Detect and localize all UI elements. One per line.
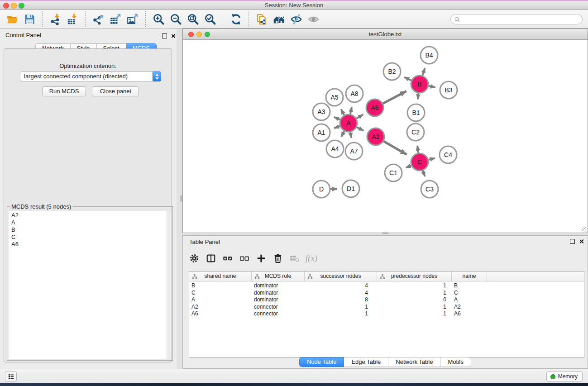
graph-edge-A2-C[interactable] bbox=[383, 141, 406, 155]
graph-node-A1[interactable]: A1 bbox=[313, 124, 330, 141]
minimize-window-button[interactable] bbox=[11, 3, 17, 9]
network-canvas[interactable]: AA1A2A3A4A5A6A7A8BB1B2B3B4CC1C2C3C4DD1 bbox=[183, 40, 588, 233]
graph-node-B2[interactable]: B2 bbox=[383, 63, 401, 80]
import-network-button[interactable] bbox=[48, 12, 62, 26]
table-cell[interactable]: dominator bbox=[252, 296, 305, 304]
show-hide-button[interactable] bbox=[306, 12, 320, 26]
tab-network-table[interactable]: Network Table bbox=[388, 357, 440, 367]
table-cell[interactable]: 1 bbox=[377, 290, 452, 297]
home-layout-button[interactable] bbox=[272, 12, 286, 26]
toggle-graphics-details-button[interactable] bbox=[289, 12, 303, 26]
close-panel-icon[interactable] bbox=[171, 33, 176, 38]
graph-node-A[interactable]: A bbox=[340, 114, 357, 132]
graph-edge-C-C3[interactable] bbox=[423, 171, 425, 176]
graph-edge-A-A3[interactable] bbox=[334, 117, 340, 120]
graph-edge-A-A1[interactable] bbox=[334, 126, 340, 128]
graph-node-C4[interactable]: C4 bbox=[440, 146, 457, 163]
run-mcds-button[interactable]: Run MCDS bbox=[42, 86, 86, 96]
graph-edge-C-C2[interactable] bbox=[417, 146, 418, 153]
column-header-MCDS-role[interactable]: MCDS role bbox=[252, 272, 305, 281]
graph-node-B4[interactable]: B4 bbox=[421, 47, 438, 64]
network-minimize-button[interactable] bbox=[196, 32, 202, 37]
graph-edge-B-B4[interactable] bbox=[422, 68, 425, 76]
table-cell[interactable]: 8 bbox=[305, 296, 377, 304]
table-settings-button[interactable] bbox=[189, 253, 200, 264]
search-field[interactable] bbox=[450, 14, 583, 24]
graph-node-A2[interactable]: A2 bbox=[367, 128, 384, 145]
graph-node-A6[interactable]: A6 bbox=[366, 99, 383, 116]
float-panel-icon[interactable] bbox=[162, 33, 167, 38]
graph-node-B1[interactable]: B1 bbox=[407, 104, 425, 121]
table-cell[interactable]: A2 bbox=[452, 304, 487, 311]
graph-node-D1[interactable]: D1 bbox=[342, 180, 359, 197]
delete-column-button[interactable] bbox=[272, 253, 283, 264]
graph-node-D[interactable]: D bbox=[313, 181, 330, 198]
result-scrollbar[interactable] bbox=[167, 211, 171, 359]
network-horizontal-scroll-thumb[interactable] bbox=[382, 232, 388, 234]
table-cell[interactable]: 4 bbox=[305, 282, 377, 290]
graph-edge-A-A5[interactable] bbox=[341, 109, 344, 115]
import-table-button[interactable] bbox=[66, 12, 79, 26]
tab-edge-table[interactable]: Edge Table bbox=[344, 357, 388, 367]
table-cell[interactable]: 1 bbox=[377, 282, 452, 290]
network-zoom-button[interactable] bbox=[205, 32, 210, 37]
graph-node-A5[interactable]: A5 bbox=[326, 89, 343, 106]
graph-node-B[interactable]: B bbox=[411, 76, 428, 93]
table-cell[interactable]: 1 bbox=[377, 304, 452, 311]
add-column-button[interactable] bbox=[256, 253, 267, 264]
table-row[interactable]: Adominator80A bbox=[189, 296, 584, 304]
graph-edge-C-C1[interactable] bbox=[406, 166, 411, 168]
table-cell[interactable]: C bbox=[452, 290, 487, 297]
graph-node-A7[interactable]: A7 bbox=[345, 143, 363, 160]
export-image-button[interactable] bbox=[126, 12, 139, 26]
table-cell[interactable]: 1 bbox=[305, 310, 377, 318]
table-row[interactable]: Bdominator41B bbox=[189, 282, 584, 290]
table-cell[interactable]: A bbox=[452, 296, 487, 304]
graph-node-C[interactable]: C bbox=[411, 153, 428, 171]
graph-edge-B-B3[interactable] bbox=[429, 86, 435, 87]
zoom-selected-button[interactable] bbox=[203, 12, 217, 26]
zoom-window-button[interactable] bbox=[19, 3, 24, 9]
save-session-button[interactable] bbox=[23, 12, 36, 26]
graph-edge-B-B2[interactable] bbox=[404, 77, 411, 81]
refresh-button[interactable] bbox=[229, 12, 243, 26]
window-resize-grip[interactable] bbox=[582, 227, 587, 232]
criterion-dropdown[interactable]: largest connected component (directed) bbox=[20, 71, 161, 81]
table-row[interactable]: Cdominator41C bbox=[189, 290, 584, 297]
table-cell[interactable]: C bbox=[189, 290, 252, 297]
table-cell[interactable]: dominator bbox=[252, 290, 305, 297]
graph-edge-B-B1[interactable] bbox=[418, 93, 419, 99]
mcds-result-item[interactable]: B bbox=[9, 226, 171, 234]
open-session-button[interactable] bbox=[5, 12, 19, 26]
column-header-shared-name[interactable]: shared name bbox=[189, 272, 252, 281]
table-row[interactable]: A6connector11A6 bbox=[189, 310, 584, 318]
graph-node-A8[interactable]: A8 bbox=[346, 85, 363, 102]
graph-node-C3[interactable]: C3 bbox=[421, 181, 438, 198]
table-cell[interactable]: B bbox=[452, 282, 487, 290]
toggle-columns-button[interactable] bbox=[206, 253, 216, 264]
graph-node-C2[interactable]: C2 bbox=[407, 124, 424, 141]
search-input[interactable] bbox=[462, 14, 582, 24]
close-window-button[interactable] bbox=[3, 3, 9, 9]
graph-edge-C-C4[interactable] bbox=[428, 158, 435, 160]
float-table-panel-icon[interactable] bbox=[570, 239, 575, 244]
table-cell[interactable]: connector bbox=[252, 304, 305, 311]
export-network-button[interactable] bbox=[91, 12, 105, 26]
tab-motifs[interactable]: Motifs bbox=[440, 357, 471, 367]
close-table-panel-icon[interactable] bbox=[579, 239, 584, 244]
new-network-from-selection-button[interactable] bbox=[255, 12, 268, 26]
zoom-out-button[interactable] bbox=[169, 12, 182, 26]
column-header-successor-nodes[interactable]: successor nodes bbox=[305, 272, 377, 281]
graph-node-A4[interactable]: A4 bbox=[326, 140, 344, 157]
column-header-predecessor-nodes[interactable]: predecessor nodes bbox=[377, 272, 452, 281]
export-table-button[interactable] bbox=[109, 12, 122, 26]
table-cell[interactable]: B bbox=[189, 282, 252, 290]
graph-edge-A-A6[interactable] bbox=[356, 114, 363, 119]
graph-edge-A-A8[interactable] bbox=[350, 107, 352, 114]
deselect-all-rows-button[interactable] bbox=[239, 253, 250, 264]
table-cell[interactable]: connector bbox=[252, 310, 305, 318]
table-cell[interactable]: 1 bbox=[377, 310, 452, 318]
mcds-result-item[interactable]: A2 bbox=[9, 212, 171, 219]
task-history-button[interactable] bbox=[5, 372, 17, 381]
table-cell[interactable]: 4 bbox=[305, 290, 377, 297]
